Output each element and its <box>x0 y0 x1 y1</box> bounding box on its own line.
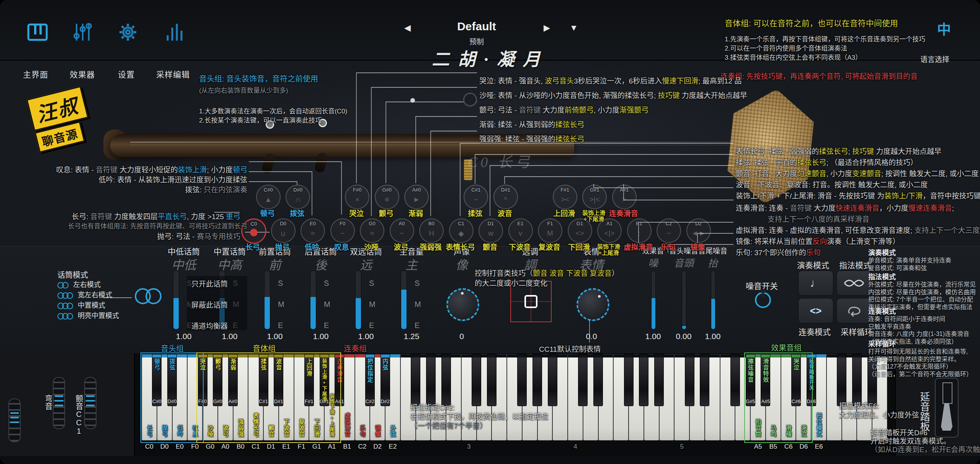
mic-mode-item[interactable]: 左右模式 <box>57 279 101 289</box>
black-key-Ds2[interactable]: 内弦D#2 <box>381 354 390 406</box>
black-key-Gs6[interactable] <box>852 354 862 406</box>
preset-dropdown-button[interactable]: ▼ <box>570 23 578 33</box>
preset-prev-button[interactable]: ◀ <box>404 23 411 33</box>
black-key-Cs3[interactable] <box>472 354 481 406</box>
keyswitch-F#1[interactable]: F#1>< <box>553 185 577 209</box>
black-key-Ds3[interactable] <box>487 354 497 406</box>
finger-mode-button[interactable] <box>836 271 872 296</box>
keyswitch-F0[interactable]: F0~ <box>330 218 355 243</box>
piano-icon[interactable] <box>27 21 48 43</box>
keyswitch-F#0[interactable]: F#0× <box>345 185 369 209</box>
legato-mode-button[interactable]: <> <box>798 298 833 323</box>
black-key-Gs2[interactable] <box>426 354 436 406</box>
black-key-Cs0[interactable]: 顿弓C#0 <box>152 354 162 406</box>
keyswitch-C1[interactable]: C1◆ <box>449 218 474 243</box>
channel-fader[interactable] <box>310 271 316 330</box>
channel-m-button[interactable]: M <box>324 300 330 309</box>
language-button[interactable]: 中 <box>937 18 951 38</box>
black-key-Ds6[interactable]: 延音踏板开关D#6 <box>807 354 816 406</box>
play-mode-button[interactable]: ♩ <box>798 271 833 296</box>
keyswitch-D#1[interactable]: D#1^ <box>493 185 518 209</box>
keyswitch-E1[interactable]: E1v <box>508 218 533 243</box>
gear-icon[interactable] <box>117 21 139 43</box>
black-key-Cs4[interactable] <box>578 354 588 406</box>
keyswitch-G0[interactable]: G0≈ <box>360 218 384 243</box>
preset-name[interactable]: Default <box>427 20 526 33</box>
keyswitch-D2[interactable]: D2◄► <box>686 218 711 243</box>
black-key-Gs1[interactable]: 装饰上滑+下尾滑G#1 <box>320 354 329 406</box>
black-key-As2[interactable] <box>441 354 451 406</box>
edge-fader[interactable] <box>8 398 21 442</box>
keyswitch-G#1[interactable]: G#1>|< <box>582 185 607 209</box>
black-key-Fs5[interactable] <box>730 354 740 406</box>
black-key-Fs1[interactable]: 上回滑F#1 <box>304 354 314 406</box>
sustain-pedal[interactable] <box>935 378 959 438</box>
black-key-As4[interactable] <box>654 354 664 406</box>
black-key-Ds1[interactable]: 波音D#1 <box>274 354 283 406</box>
keyswitch-D1[interactable]: D1w <box>479 218 503 243</box>
channel-fader[interactable] <box>173 271 179 330</box>
mic-mode-item[interactable]: 明亮中置模式 <box>57 310 119 320</box>
black-key-Cs6[interactable]: 哭泣C#6 <box>791 354 801 406</box>
channel-fader[interactable] <box>264 271 270 330</box>
black-key-As1[interactable]: 连奏滑音A#1 <box>335 354 344 406</box>
waveform-icon[interactable] <box>164 21 185 43</box>
pan-knob[interactable] <box>446 288 479 321</box>
mixer-icon[interactable] <box>72 21 93 43</box>
black-key-Fs0[interactable]: 哭泣F#0 <box>198 354 207 406</box>
preset-next-button[interactable]: ▶ <box>544 23 550 33</box>
vibrato-wheel[interactable] <box>84 377 96 429</box>
black-key-Fs2[interactable] <box>411 354 420 406</box>
black-key-Gs3[interactable] <box>532 354 542 406</box>
black-key-Gs4[interactable] <box>639 354 648 406</box>
black-key-Ds4[interactable] <box>593 354 603 406</box>
mic-mode-item[interactable]: 宽左右模式 <box>57 289 112 299</box>
keyswitch-E0[interactable]: E0≈ <box>301 218 325 243</box>
keyswitch-B1[interactable]: B1: <box>627 218 652 243</box>
keyswitch-B0[interactable]: B0H <box>419 218 444 243</box>
channel-s-button[interactable]: S <box>278 279 283 288</box>
keyswitch-C#0[interactable]: C#0▲ <box>256 185 281 209</box>
nav-effects[interactable]: 效果器 <box>70 68 95 80</box>
black-key-As3[interactable] <box>548 354 557 406</box>
channel-fader[interactable] <box>401 271 407 330</box>
nav-sample-edit[interactable]: 采样编辑 <box>156 68 190 80</box>
keyswitch-C2[interactable]: C2~ <box>657 218 681 243</box>
fx-fader[interactable] <box>711 271 715 330</box>
black-key-As5[interactable]: 滑音特效A#5 <box>761 354 770 406</box>
black-key-Fs4[interactable] <box>624 354 634 406</box>
keyswitch-C#1[interactable]: C#1~ <box>464 185 488 209</box>
mic-mode-current-icon[interactable] <box>135 288 156 306</box>
keyswitch-G#0[interactable]: G#0≡ <box>375 185 399 209</box>
black-key-Ds0[interactable]: 拨弦D#0 <box>167 354 177 406</box>
keyswitch-D0[interactable]: D0∪ <box>271 218 296 243</box>
channel-s-button[interactable]: S <box>324 279 329 288</box>
keyswitch-A#1[interactable]: A#1> <box>612 185 637 209</box>
expression-knob[interactable] <box>577 288 609 321</box>
keyswitch-A#0[interactable]: A#0► <box>404 185 429 209</box>
black-key-Fs3[interactable] <box>517 354 527 406</box>
black-key-Gs5[interactable]: 擦弦噪音G#5 <box>746 354 755 406</box>
nav-main[interactable]: 主界面 <box>23 68 48 80</box>
channel-e-button[interactable]: E <box>278 321 283 330</box>
black-key-Fs6[interactable] <box>837 354 846 406</box>
fx-fader[interactable] <box>682 271 686 330</box>
keyswitch-F1[interactable]: F1M <box>538 218 562 243</box>
channel-m-button[interactable]: M <box>278 300 284 309</box>
channel-s-button[interactable]: S <box>369 279 374 288</box>
channel-s-button[interactable]: S <box>415 279 420 288</box>
black-key-Cs2[interactable]: 把位指定C#2 <box>365 354 375 406</box>
pitch-wheel[interactable] <box>53 377 65 429</box>
black-key-Cs5[interactable] <box>685 354 694 406</box>
fx-fader[interactable] <box>651 271 656 330</box>
channel-e-button[interactable]: E <box>369 321 374 330</box>
channel-m-button[interactable]: M <box>369 300 376 309</box>
sample-loop-button[interactable] <box>836 298 872 323</box>
mic-mode-item[interactable]: 中置模式 <box>57 300 105 310</box>
channel-m-button[interactable]: M <box>415 300 421 309</box>
noise-power-button[interactable] <box>755 292 771 308</box>
black-key-Gs0[interactable]: 颤弓G#0 <box>213 354 222 406</box>
black-key-Ds5[interactable] <box>700 354 709 406</box>
keyswitch-A0[interactable]: A0~ <box>390 218 414 243</box>
nav-settings[interactable]: 设置 <box>118 68 135 80</box>
